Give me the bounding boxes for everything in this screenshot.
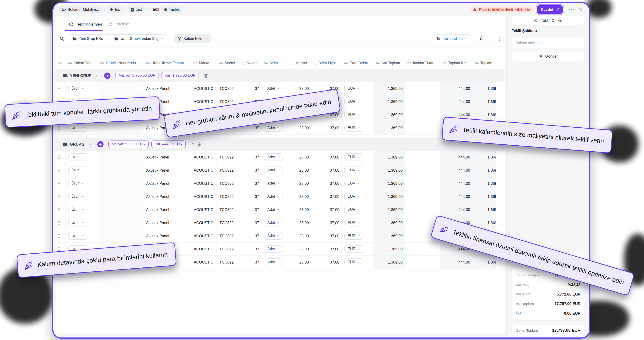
drag-handle[interactable] (55, 203, 66, 216)
cell-cost[interactable]: 25,00 (288, 216, 311, 229)
collapse-group-button[interactable] (88, 143, 91, 146)
item-type-select[interactable]: Ürün (68, 219, 88, 226)
cell-quantity[interactable]: 37 (239, 177, 261, 190)
unit-select[interactable]: Adet (264, 193, 283, 200)
row-menu-button[interactable] (500, 168, 502, 173)
cell-discount[interactable] (405, 164, 440, 177)
drag-handle[interactable] (55, 216, 66, 229)
unit-select[interactable]: Adet (264, 258, 283, 266)
cell-quantity[interactable]: 37 (239, 190, 261, 203)
unit-select[interactable]: Adet (264, 232, 283, 240)
cell-discount[interactable] (405, 243, 440, 255)
currency-select[interactable]: EUR (344, 85, 363, 92)
save-button[interactable]: Kaydet (537, 5, 563, 14)
add-item-button[interactable]: Kalem Ekle (174, 34, 211, 43)
cell-quantity[interactable]: 37 (239, 164, 261, 177)
cell-product-code[interactable] (98, 190, 143, 203)
move-group-up-button[interactable] (191, 142, 195, 146)
cell-product-description[interactable]: Akustik Panel (143, 151, 191, 163)
drag-handle[interactable] (55, 190, 66, 203)
cell-cost[interactable]: 25,00 (288, 190, 311, 203)
cell-discount[interactable] (405, 95, 440, 108)
cell-unit-price[interactable]: 37,00 (311, 177, 342, 190)
item-type-select[interactable]: Ürün (68, 166, 88, 174)
item-type-select[interactable]: Ürün (68, 124, 88, 131)
cell-product-code[interactable] (98, 216, 143, 229)
cell-quantity[interactable]: 37 (239, 256, 261, 269)
item-type-select[interactable]: Ürün (68, 180, 88, 187)
cell-discount[interactable] (405, 256, 440, 269)
column-header[interactable]: 12Birim Fiyat (311, 57, 342, 69)
row-menu-button[interactable] (500, 207, 502, 212)
unit-select[interactable]: Adet (264, 85, 283, 92)
cell-model[interactable]: TCC892 (217, 190, 239, 203)
drag-handle[interactable] (55, 164, 66, 177)
currency-select[interactable]: EUR (344, 180, 363, 187)
currency-select[interactable]: EUR (344, 166, 363, 174)
cell-brand[interactable]: ACOUSTIC (191, 243, 217, 255)
column-header[interactable]: AaAra Toplam (374, 57, 405, 69)
cell-discount[interactable] (405, 82, 440, 95)
currency-select[interactable]: EUR (344, 98, 363, 105)
more-options-button[interactable] (568, 9, 574, 10)
unit-select[interactable]: Adet (264, 124, 283, 131)
cell-unit-price[interactable]: 37,00 (311, 164, 342, 177)
cell-unit-price[interactable]: 37,00 (311, 243, 342, 255)
cell-cost[interactable]: 25,00 (288, 229, 311, 242)
bulk-discount-button[interactable]: % Toplu İndirim (433, 34, 471, 43)
unit-select[interactable]: Adet (264, 153, 283, 161)
cell-unit-price[interactable]: 37,00 (311, 229, 342, 242)
cell-model[interactable]: TCC892 (217, 82, 239, 95)
row-menu-button[interactable] (500, 99, 502, 104)
cell-quantity[interactable]: 37 (239, 216, 261, 229)
cell-brand[interactable]: ACOUSTIC (191, 95, 217, 108)
cell-cost[interactable]: 25,00 (288, 243, 311, 255)
cell-brand[interactable]: ACOUSTIC (191, 203, 217, 216)
cell-cost[interactable]: 25,00 (288, 151, 311, 163)
cell-cost[interactable]: 25,00 (288, 164, 311, 177)
cell-product-description[interactable]: Akustik Panel (143, 177, 191, 190)
cell-unit-price[interactable]: 37,00 (311, 190, 342, 203)
currency-select[interactable]: EUR (344, 258, 363, 266)
drag-handle[interactable] (55, 229, 66, 242)
cell-model[interactable]: TCC892 (217, 177, 239, 190)
delete-group-button[interactable] (204, 73, 208, 78)
column-header[interactable]: AaModel (217, 57, 239, 69)
template-select[interactable]: Şablon seçilmedi (512, 38, 584, 48)
cell-product-code[interactable] (98, 177, 143, 190)
cell-cost[interactable]: 25,00 (288, 203, 311, 216)
cell-product-description[interactable]: Akustik Panel (143, 216, 191, 229)
currency-select[interactable]: EUR (344, 153, 363, 161)
row-menu-button[interactable] (500, 112, 502, 117)
cell-product-code[interactable] (98, 164, 143, 177)
currency-select[interactable]: EUR (344, 206, 363, 213)
cell-brand[interactable]: ACOUSTIC (191, 82, 217, 95)
currency-select[interactable]: EUR (344, 111, 363, 118)
send-button[interactable]: Gönder (512, 52, 584, 61)
cell-unit-price[interactable]: 37,00 (311, 151, 342, 163)
cell-quantity[interactable]: 37 (239, 82, 261, 95)
delete-group-button[interactable] (198, 142, 201, 146)
cell-brand[interactable]: ACOUSTIC (191, 164, 217, 177)
cell-brand[interactable]: ACOUSTIC (191, 177, 217, 190)
cell-discount[interactable] (405, 121, 440, 134)
cell-product-code[interactable] (98, 229, 143, 242)
cell-discount[interactable] (405, 151, 440, 163)
table-options-button[interactable] (498, 36, 500, 42)
column-header[interactable]: AaKalem Türü (66, 57, 98, 69)
column-header[interactable]: AaToplam (472, 57, 496, 69)
row-menu-button[interactable] (500, 155, 502, 160)
cell-discount[interactable] (405, 190, 440, 203)
column-header[interactable]: Aa (55, 57, 66, 69)
column-header[interactable]: AaToplam Kar (440, 57, 472, 69)
drag-handle[interactable] (55, 82, 66, 95)
unit-select[interactable]: Adet (264, 180, 283, 187)
cell-cost[interactable]: 25,00 (288, 121, 311, 134)
column-header[interactable]: AaÜrün/Hizmet Tanımı (143, 57, 191, 69)
column-header[interactable]: AaÜrün/Hizmet Kodu (98, 57, 143, 69)
cell-brand[interactable]: ACOUSTIC (191, 229, 217, 242)
cell-unit-price[interactable]: 37,00 (311, 256, 342, 269)
currency-select[interactable]: EUR (344, 219, 363, 226)
cell-brand[interactable]: ACOUSTIC (191, 190, 217, 203)
cell-model[interactable]: TCC892 (217, 151, 239, 163)
